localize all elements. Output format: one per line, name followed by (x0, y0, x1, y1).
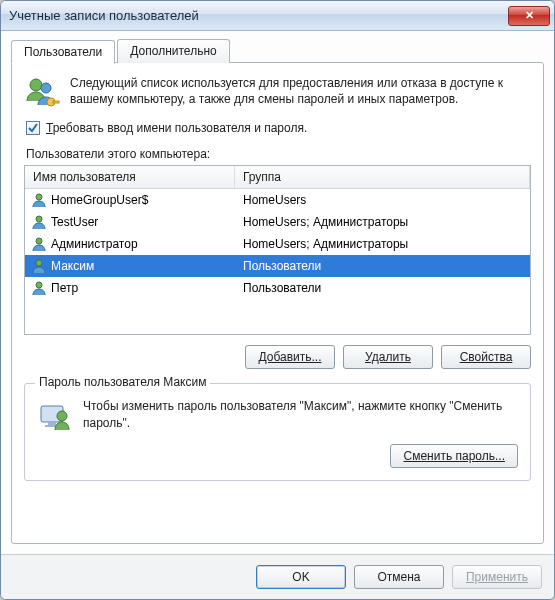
svg-point-12 (57, 411, 67, 421)
cell-group: HomeUsers; Администраторы (235, 237, 530, 251)
username-text: TestUser (51, 215, 98, 229)
user-icon (31, 236, 47, 252)
cell-username: TestUser (25, 214, 235, 230)
users-list[interactable]: Имя пользователя Группа HomeGroupUser$Ho… (24, 165, 531, 335)
change-password-button[interactable]: Сменить пароль... (390, 444, 518, 468)
tab-advanced[interactable]: Дополнительно (117, 39, 229, 63)
svg-rect-10 (48, 422, 56, 425)
password-text: Чтобы изменить пароль пользователя "Макс… (83, 398, 518, 432)
check-icon (28, 123, 38, 133)
content-area: Пользователи Дополнительно Следующий спи… (1, 31, 554, 554)
svg-point-8 (36, 282, 42, 288)
cell-username: Максим (25, 258, 235, 274)
intro-row: Следующий список используется для предос… (24, 75, 531, 111)
add-button[interactable]: Добавить... (245, 345, 335, 369)
user-monitor-icon (37, 398, 73, 434)
require-credentials-checkbox[interactable] (26, 121, 40, 135)
svg-point-6 (36, 238, 42, 244)
table-row[interactable]: АдминистраторHomeUsers; Администраторы (25, 233, 530, 255)
bottom-bar: OK Отмена Применить (1, 554, 554, 599)
titlebar[interactable]: Учетные записи пользователей ✕ (1, 1, 554, 31)
username-text: Максим (51, 259, 94, 273)
tab-panel-users: Следующий список используется для предос… (11, 62, 544, 544)
table-row[interactable]: МаксимПользователи (25, 255, 530, 277)
cancel-button[interactable]: Отмена (354, 565, 444, 589)
user-icon (31, 258, 47, 274)
intro-text: Следующий список используется для предос… (70, 75, 531, 111)
svg-point-4 (36, 194, 42, 200)
password-groupbox: Пароль пользователя Максим Чтобы изменит… (24, 383, 531, 481)
cell-group: HomeUsers (235, 193, 530, 207)
user-icon (31, 192, 47, 208)
username-text: Петр (51, 281, 78, 295)
ok-button[interactable]: OK (256, 565, 346, 589)
username-text: Администратор (51, 237, 138, 251)
require-credentials-label: Требовать ввод имени пользователя и паро… (46, 121, 307, 135)
svg-point-1 (41, 83, 51, 93)
list-header[interactable]: Имя пользователя Группа (25, 166, 530, 189)
password-groupbox-title: Пароль пользователя Максим (35, 375, 210, 389)
list-buttons: Добавить... Удалить Свойства (24, 345, 531, 369)
tab-users[interactable]: Пользователи (11, 40, 115, 64)
user-icon (31, 280, 47, 296)
cell-username: Петр (25, 280, 235, 296)
apply-button[interactable]: Применить (452, 565, 542, 589)
window-title: Учетные записи пользователей (9, 8, 506, 23)
users-list-label: Пользователи этого компьютера: (26, 147, 531, 161)
col-group[interactable]: Группа (235, 166, 530, 188)
col-username[interactable]: Имя пользователя (25, 166, 235, 188)
username-text: HomeGroupUser$ (51, 193, 148, 207)
cell-group: Пользователи (235, 281, 530, 295)
user-accounts-window: Учетные записи пользователей ✕ Пользоват… (0, 0, 555, 600)
table-row[interactable]: TestUserHomeUsers; Администраторы (25, 211, 530, 233)
table-row[interactable]: ПетрПользователи (25, 277, 530, 299)
svg-point-0 (30, 79, 42, 91)
close-icon: ✕ (525, 9, 534, 22)
properties-button[interactable]: Свойства (441, 345, 531, 369)
cell-group: Пользователи (235, 259, 530, 273)
users-keys-icon (24, 75, 60, 111)
svg-point-7 (36, 260, 42, 266)
cell-group: HomeUsers; Администраторы (235, 215, 530, 229)
close-button[interactable]: ✕ (508, 6, 550, 26)
list-body: HomeGroupUser$HomeUsersTestUserHomeUsers… (25, 189, 530, 299)
svg-rect-3 (53, 101, 59, 103)
cell-username: Администратор (25, 236, 235, 252)
tab-strip: Пользователи Дополнительно (11, 39, 544, 63)
require-credentials-row[interactable]: Требовать ввод имени пользователя и паро… (26, 121, 531, 135)
remove-button[interactable]: Удалить (343, 345, 433, 369)
cell-username: HomeGroupUser$ (25, 192, 235, 208)
svg-point-5 (36, 216, 42, 222)
table-row[interactable]: HomeGroupUser$HomeUsers (25, 189, 530, 211)
user-icon (31, 214, 47, 230)
